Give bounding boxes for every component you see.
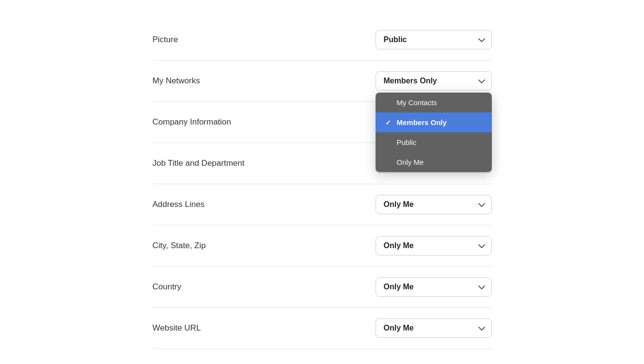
dropdown-select-my-networks[interactable]: Members Only xyxy=(376,71,492,91)
dropdown-option-my-contacts[interactable]: ✓My Contacts xyxy=(376,93,492,112)
settings-row-country: CountryOnly Me xyxy=(153,267,492,308)
label-company-information: Company Information xyxy=(153,117,232,127)
settings-row-city-state-zip: City, State, ZipOnly Me xyxy=(153,225,492,267)
dropdown-popup-my-networks: ✓My Contacts✓Members Only✓Public✓Only Me xyxy=(376,93,492,172)
settings-row-picture: PicturePublic xyxy=(153,19,492,61)
dropdown-wrapper-my-networks: Members Only✓My Contacts✓Members Only✓Pu… xyxy=(376,71,492,91)
dropdown-option-public[interactable]: ✓Public xyxy=(376,132,492,152)
dropdown-option-members-only[interactable]: ✓Members Only xyxy=(376,112,492,132)
label-picture: Picture xyxy=(153,35,178,45)
label-address-lines: Address Lines xyxy=(153,200,205,209)
option-label-my-contacts: My Contacts xyxy=(397,98,437,107)
option-label-only-me: Only Me xyxy=(397,158,424,166)
settings-row-address-lines: Address LinesOnly Me xyxy=(153,184,492,225)
settings-row-website-url: Website URLOnly Me xyxy=(153,308,492,349)
settings-row-my-networks: My NetworksMembers Only✓My Contacts✓Memb… xyxy=(153,61,492,102)
label-job-title: Job Title and Department xyxy=(153,158,245,168)
option-label-public: Public xyxy=(397,138,417,146)
dropdown-wrapper-address-lines: Only Me xyxy=(376,195,492,214)
label-my-networks: My Networks xyxy=(153,76,200,86)
dropdown-select-picture[interactable]: Public xyxy=(376,30,492,49)
settings-container: PicturePublicMy NetworksMembers Only✓My … xyxy=(153,19,492,349)
dropdown-wrapper-country: Only Me xyxy=(376,277,492,297)
dropdown-select-address-lines[interactable]: Only Me xyxy=(376,195,492,214)
dropdown-option-only-me[interactable]: ✓Only Me xyxy=(376,152,492,172)
dropdown-select-website-url[interactable]: Only Me xyxy=(376,318,492,338)
label-country: Country xyxy=(153,282,182,292)
option-label-members-only: Members Only xyxy=(397,118,447,127)
check-icon: ✓ xyxy=(385,119,393,127)
label-website-url: Website URL xyxy=(153,323,201,333)
dropdown-wrapper-picture: Public xyxy=(376,30,492,49)
dropdown-wrapper-city-state-zip: Only Me xyxy=(376,236,492,255)
dropdown-wrapper-website-url: Only Me xyxy=(376,318,492,338)
label-city-state-zip: City, State, Zip xyxy=(153,241,206,251)
dropdown-select-country[interactable]: Only Me xyxy=(376,277,492,297)
dropdown-select-city-state-zip[interactable]: Only Me xyxy=(376,236,492,255)
